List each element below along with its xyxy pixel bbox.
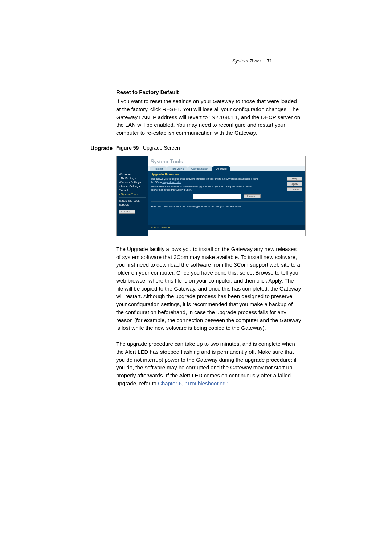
- reset-body: If you want to reset the settings on you…: [116, 97, 301, 137]
- screenshot-line1: This allows you to upgrade the software …: [151, 178, 260, 184]
- nav-wireless[interactable]: Wireless Settings: [119, 180, 146, 184]
- screenshot-section-title: Upgrade Firmware: [151, 173, 303, 176]
- nav-support[interactable]: Support: [119, 203, 146, 207]
- screenshot-note: Note: You need make sure the 'Files of t…: [151, 205, 303, 208]
- apply-button[interactable]: Apply: [287, 182, 302, 186]
- tab-upgrade[interactable]: Upgrade: [212, 166, 230, 171]
- nav-firewall[interactable]: Firewall: [119, 188, 146, 192]
- figure-number: Figure 59: [116, 145, 139, 151]
- logout-button[interactable]: LOG OUT: [119, 210, 135, 214]
- nav-welcome[interactable]: Welcome: [119, 172, 146, 176]
- support-site-link[interactable]: support web site: [162, 181, 181, 183]
- screenshot-title: System Tools: [148, 156, 305, 166]
- figure-title: Upgrade Screen: [143, 145, 180, 151]
- tab-configuration[interactable]: Configuration: [188, 166, 212, 171]
- header-section: System Tools: [232, 58, 261, 64]
- screenshot-line2: Please select the location of the softwa…: [151, 185, 260, 192]
- nav-internet[interactable]: Internet Settings: [119, 184, 146, 188]
- nav-status[interactable]: Status and Logs: [119, 199, 146, 203]
- upgrade-para2: The upgrade procedure can take up to two…: [116, 340, 301, 388]
- upgrade-screenshot: Welcome LAN Settings Wireless Settings I…: [116, 156, 306, 236]
- file-path-input[interactable]: [193, 194, 241, 199]
- page-header: System Tools 71: [33, 58, 359, 64]
- chapter6-link[interactable]: Chapter 6: [158, 380, 182, 386]
- tab-restart[interactable]: Restart: [150, 166, 167, 171]
- screenshot-sidebar: Welcome LAN Settings Wireless Settings I…: [117, 156, 148, 236]
- status-bar: Status : Ready: [148, 225, 305, 230]
- page-number: 71: [267, 58, 272, 64]
- cancel-button[interactable]: Cancel: [287, 187, 302, 191]
- browse-button[interactable]: Browse...: [244, 194, 261, 198]
- upgrade-para1: The Upgrade facility allows you to insta…: [116, 245, 301, 332]
- upgrade-side-label: Upgrade: [33, 145, 113, 151]
- nav-system-tools[interactable]: System Tools: [119, 192, 146, 196]
- reset-heading: Reset to Factory Default: [116, 89, 301, 95]
- screenshot-tabs: Restart Time Zone Configuration Upgrade: [148, 166, 305, 171]
- help-button[interactable]: Help: [287, 177, 302, 181]
- troubleshooting-link[interactable]: "Troubleshooting": [185, 380, 228, 386]
- nav-lan[interactable]: LAN Settings: [119, 176, 146, 180]
- tab-timezone[interactable]: Time Zone: [167, 166, 188, 171]
- figure-caption: Figure 59 Upgrade Screen: [116, 145, 301, 151]
